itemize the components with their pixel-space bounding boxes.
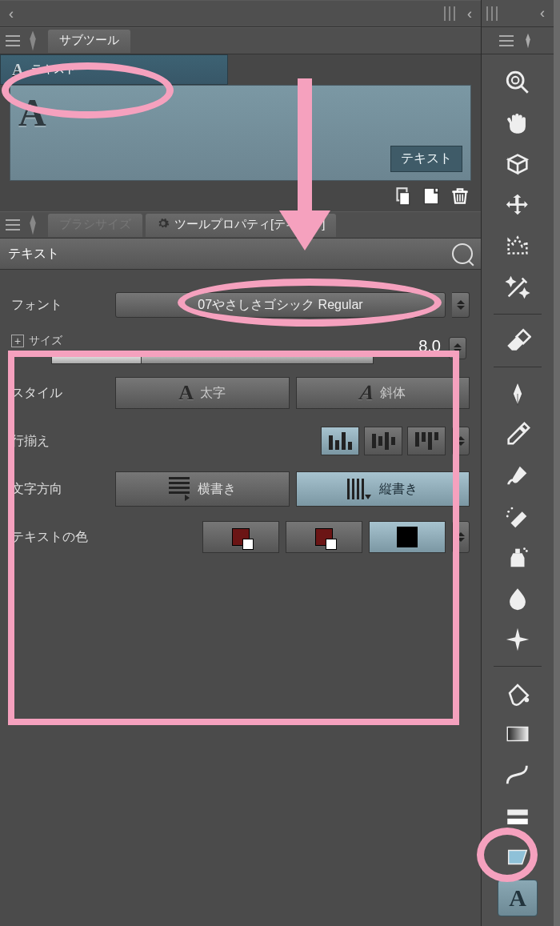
subtool-header: サブツール xyxy=(0,27,481,54)
horizontal-lines-icon xyxy=(169,477,190,501)
eraser-icon xyxy=(504,327,531,354)
new-icon[interactable] xyxy=(420,185,442,207)
property-title: テキスト xyxy=(8,246,59,263)
italic-button[interactable]: A 斜体 xyxy=(296,377,470,409)
label-size: サイズ xyxy=(29,334,62,348)
svg-point-5 xyxy=(507,511,510,513)
tool-lasso[interactable] xyxy=(498,228,538,264)
vertical-lines-icon xyxy=(347,479,371,499)
sidebar-header: ‹‹ xyxy=(482,0,554,27)
tool-shape[interactable] xyxy=(498,798,538,834)
italic-icon: A xyxy=(358,381,375,405)
collapse-right-handle[interactable]: ‹‹ xyxy=(458,5,476,22)
tool-pen[interactable] xyxy=(498,375,538,411)
svg-point-7 xyxy=(506,515,509,518)
tool-fill[interactable] xyxy=(498,675,538,711)
align-bottom-icon xyxy=(415,432,438,450)
bold-label: 太字 xyxy=(200,385,226,402)
tool-frame[interactable] xyxy=(498,839,538,875)
tool-text[interactable]: A xyxy=(498,880,538,916)
swatch-bg xyxy=(397,527,418,547)
align-bottom-button[interactable] xyxy=(407,427,446,455)
font-stepper[interactable] xyxy=(452,292,470,318)
curve-icon xyxy=(504,761,531,788)
tool-zoom[interactable] xyxy=(498,64,538,100)
tool-blur[interactable] xyxy=(498,580,538,616)
tool-brush[interactable] xyxy=(498,458,538,494)
hand-icon xyxy=(504,110,531,137)
tool-hand[interactable] xyxy=(498,105,538,141)
direction-vertical-label: 縦書き xyxy=(379,481,418,498)
size-slider[interactable] xyxy=(51,351,374,364)
color-bg-button[interactable] xyxy=(369,521,446,553)
label-align: 行揃え xyxy=(11,433,115,450)
row-font: フォント 07やさしさゴシック Regular xyxy=(11,286,470,324)
tab-tool-property[interactable]: ツールプロパティ[テキスト] xyxy=(146,214,336,237)
tab-brush-size[interactable]: ブラシサイズ xyxy=(48,214,142,237)
tab-label: サブツール xyxy=(59,33,119,48)
align-top-button[interactable] xyxy=(321,427,359,455)
tool-spray[interactable] xyxy=(498,539,538,575)
tool-sparkle[interactable] xyxy=(498,622,538,658)
preview-glyph: A xyxy=(10,86,54,180)
color-main-button[interactable] xyxy=(202,521,279,553)
tool-gradient[interactable] xyxy=(498,716,538,752)
tool-rotate[interactable] xyxy=(498,146,538,182)
color-stepper[interactable] xyxy=(452,521,470,553)
sidebar-collapse-handle[interactable]: ‹‹ xyxy=(531,5,549,22)
row-style: スタイル A 太字 A 斜体 xyxy=(11,374,470,412)
tool-curve[interactable] xyxy=(498,757,538,793)
row-align: 行揃え xyxy=(11,422,470,460)
frame-icon xyxy=(504,844,531,871)
svg-point-4 xyxy=(512,77,519,84)
lasso-icon xyxy=(504,233,531,260)
subtool-preview[interactable]: A テキスト xyxy=(10,85,471,181)
svg-rect-1 xyxy=(400,193,410,205)
panel-menu-icon[interactable] xyxy=(5,218,21,231)
bold-icon: A xyxy=(178,381,194,405)
subtool-item-text[interactable]: A テキスト xyxy=(0,54,228,85)
tool-eraser[interactable] xyxy=(498,323,538,359)
tab-subtool[interactable]: サブツール xyxy=(48,30,130,53)
move-arrows-icon xyxy=(504,192,531,219)
airbrush-icon xyxy=(504,503,531,530)
expand-icon[interactable]: + xyxy=(11,335,24,347)
bold-button[interactable]: A 太字 xyxy=(115,377,290,409)
svg-point-6 xyxy=(511,507,514,510)
align-middle-button[interactable] xyxy=(364,427,402,455)
label-font: フォント xyxy=(11,297,115,314)
collapse-left-handle[interactable]: ‹‹ xyxy=(0,5,18,22)
brush-icon xyxy=(504,462,531,489)
sparkle-icon xyxy=(504,626,531,653)
tool-eyedropper[interactable] xyxy=(498,416,538,452)
font-dropdown[interactable]: 07やさしさゴシック Regular xyxy=(115,292,446,318)
edge-strip xyxy=(554,0,560,926)
duplicate-icon[interactable] xyxy=(391,185,414,207)
grip-icon xyxy=(444,6,455,21)
align-stepper[interactable] xyxy=(452,427,470,455)
tool-move[interactable] xyxy=(498,187,538,223)
panel-menu-icon[interactable] xyxy=(498,34,514,47)
tool-wand[interactable] xyxy=(498,269,538,305)
trash-icon[interactable] xyxy=(449,185,471,207)
svg-point-9 xyxy=(526,550,528,552)
label-direction: 文字方向 xyxy=(11,481,115,498)
color-sub-button[interactable] xyxy=(286,521,362,553)
subtool-body: A テキスト A テキスト xyxy=(0,54,481,211)
search-icon[interactable] xyxy=(452,243,473,264)
panel-menu-icon[interactable] xyxy=(5,34,21,47)
pen-nib-icon xyxy=(519,32,537,50)
direction-horizontal-button[interactable]: 横書き xyxy=(115,471,290,507)
svg-rect-11 xyxy=(507,727,528,740)
align-top-icon xyxy=(329,432,352,450)
subtool-footer xyxy=(0,181,481,211)
direction-vertical-button[interactable]: 縦書き xyxy=(296,471,470,507)
pen-nib-icon xyxy=(21,213,45,237)
size-stepper[interactable] xyxy=(449,337,466,359)
text-glyph-icon: A xyxy=(12,61,23,79)
wand-icon xyxy=(504,274,531,301)
tool-airbrush[interactable] xyxy=(498,499,538,535)
shape-icon xyxy=(504,803,531,830)
property-panel: テキスト フォント 07やさしさゴシック Regular xyxy=(0,239,481,926)
preview-badge: テキスト xyxy=(390,146,462,172)
